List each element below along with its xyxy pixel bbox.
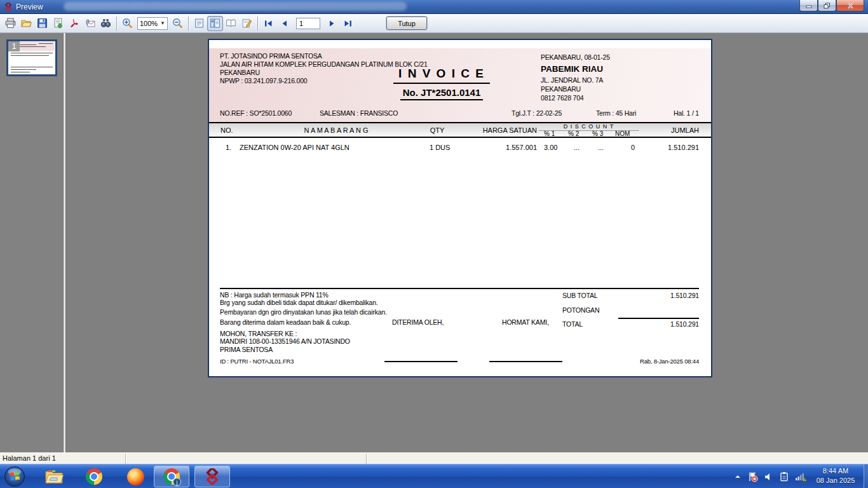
taskbar: j (0, 464, 868, 488)
window-titlebar: Preview (0, 0, 868, 14)
show-desktop-button[interactable] (864, 464, 868, 488)
regards-label: HORMAT KAMI, (502, 318, 549, 326)
chrome-profile-badge: j (173, 478, 181, 486)
mail-attach-icon (85, 18, 95, 29)
table-row: 1. ZENZATION 0W-20 API NAT 4GLN 1 DUS 1.… (209, 144, 711, 152)
term: Term : 45 Hari (596, 109, 636, 117)
zoom-out-icon (172, 18, 183, 29)
company-city: PEKANBARU (220, 69, 260, 76)
customer-address: JL. JENDRAL NO. 7A (541, 76, 603, 84)
zoom-level-dropdown[interactable]: 100% ▼ (137, 17, 168, 30)
panel-splitter[interactable] (63, 33, 66, 452)
page-view-icon (194, 18, 205, 29)
prev-page-icon (280, 19, 289, 28)
subtotal-label: SUB TOTAL (562, 292, 597, 299)
page-view-button[interactable] (191, 16, 207, 31)
total-divider (618, 318, 699, 319)
due-date: Tgl.J.T : 22-02-25 (512, 109, 562, 117)
restore-icon (824, 3, 831, 9)
status-page-text: Halaman 1 dari 1 (3, 454, 56, 462)
close-button[interactable] (836, 0, 864, 11)
app-logo-icon (204, 468, 220, 485)
print-icon (5, 18, 16, 29)
restore-button[interactable] (818, 0, 836, 11)
print-button[interactable] (3, 16, 18, 31)
book-view-button[interactable] (223, 16, 239, 31)
status-divider (125, 454, 126, 464)
prev-page-button[interactable] (276, 16, 292, 31)
app-logo-icon (4, 3, 13, 11)
first-page-button[interactable] (261, 16, 276, 31)
mail-attach-button[interactable] (82, 16, 98, 31)
pdf-button[interactable] (66, 16, 82, 31)
toolbar-separator (188, 17, 189, 30)
explorer-icon[interactable] (44, 467, 64, 486)
close-preview-button[interactable]: Tutup (386, 17, 427, 30)
page-number-input[interactable] (296, 18, 320, 29)
thumbnail-view-button[interactable] (207, 16, 223, 31)
tray-expand-icon[interactable] (734, 473, 742, 480)
zoom-in-icon (122, 18, 133, 29)
toolbar: 100% ▼ (0, 14, 868, 33)
edit-view-button[interactable] (239, 16, 255, 31)
minimize-button[interactable] (799, 0, 818, 11)
network-warning-icon[interactable] (795, 471, 807, 482)
export-button[interactable] (50, 16, 66, 31)
toolbar-separator (257, 17, 258, 30)
save-button[interactable] (34, 16, 50, 31)
customer-place-date: PEKANBARU, 08-01-25 (541, 53, 610, 61)
company-npwp: NPWP : 03.241.097.9-216.000 (220, 77, 307, 85)
col-qty: QTY (424, 126, 450, 134)
thumbnail-panel: 1 (0, 33, 63, 452)
install-device-icon[interactable] (779, 471, 789, 482)
col-no: NO. (220, 126, 233, 134)
start-button[interactable] (4, 466, 25, 487)
first-page-icon (264, 19, 273, 28)
zoom-out-button[interactable] (170, 16, 186, 31)
footer-divider (220, 288, 699, 289)
received-by-label: DITERIMA OLEH, (392, 318, 444, 326)
find-button[interactable] (98, 16, 114, 31)
total-label: TOTAL (562, 320, 583, 328)
items-table-header: NO. N A M A B A R A N G QTY HARGA SATUAN… (209, 122, 711, 138)
col-d1: % 1 (544, 130, 555, 137)
last-page-button[interactable] (340, 16, 356, 31)
speaker-icon[interactable] (764, 472, 773, 482)
book-view-icon (226, 18, 236, 29)
next-page-button[interactable] (324, 16, 340, 31)
print-timestamp: Rab, 8-Jan-2025 08:44 (590, 358, 699, 365)
item-disc3: ... (598, 144, 604, 151)
col-d2: % 2 (568, 130, 579, 137)
item-qty: 1 DUS (430, 144, 450, 151)
pdf-icon (69, 18, 79, 29)
open-icon (21, 18, 32, 29)
page-thumbnail[interactable]: 1 (6, 39, 57, 76)
item-no: 1. (226, 144, 231, 151)
taskbar-clock[interactable]: 8:44 AM 08 Jan 2025 (810, 466, 862, 485)
subtotal-value: 1.510.291 (616, 292, 699, 299)
customer-city: PEKANBARU (541, 85, 581, 93)
col-nama: N A M A B A R A N G (266, 126, 406, 134)
invoice-page: PT. JOTASINDO PRIMA SENTOSA JALAN AIR HI… (208, 39, 712, 377)
col-discount-group: D I S C O U N T % 1 % 2 % 3 NOM (539, 123, 639, 137)
chrome-icon[interactable] (86, 468, 105, 487)
firefox-icon[interactable] (127, 468, 146, 487)
zoom-in-button[interactable] (119, 16, 135, 31)
item-price: 1.557.001 (476, 144, 537, 151)
ref-number: NO.REF : SO*2501.0060 (220, 109, 292, 117)
note-line: Pembayaran dgn giro dinyatakan lunas jik… (220, 308, 387, 316)
action-center-flag-icon[interactable] (747, 471, 758, 482)
chrome-profile-icon: j (163, 468, 180, 485)
note-line: NB : Harga sudah termasuk PPN 11% (220, 291, 329, 299)
taskbar-app-button[interactable] (194, 466, 230, 487)
item-total: 1.510.291 (648, 144, 699, 151)
salesman: SALESMAN : FRANSISCO (320, 109, 398, 117)
invoice-title-block: I N V O I C E No. JT*2501.0141 (359, 67, 524, 100)
page-of: Hal. 1 / 1 (648, 109, 699, 117)
open-button[interactable] (18, 16, 34, 31)
print-id: ID : PUTRI - NOTAJL01.FR3 (220, 358, 294, 365)
titlebar-ghost-artifact (64, 2, 407, 11)
thumbnail-page-number: 1 (8, 41, 20, 51)
taskbar-chrome-profile-button[interactable]: j (154, 466, 189, 487)
invoice-title: I N V O I C E (393, 67, 490, 84)
